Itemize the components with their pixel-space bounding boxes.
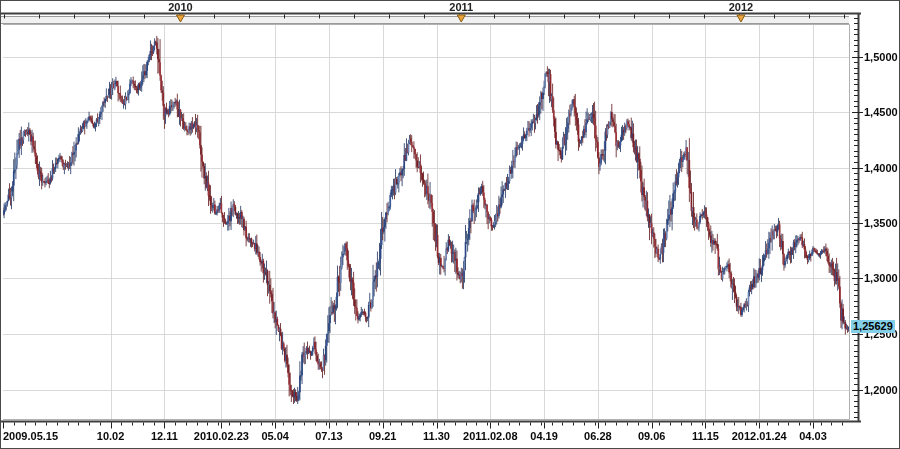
chart-window: 201020112012 2009.05.1510.0212.112010.02… [0,0,900,449]
current-price-tag: 1,25629 [851,320,895,333]
candlestick-chart-canvas[interactable] [1,1,899,448]
